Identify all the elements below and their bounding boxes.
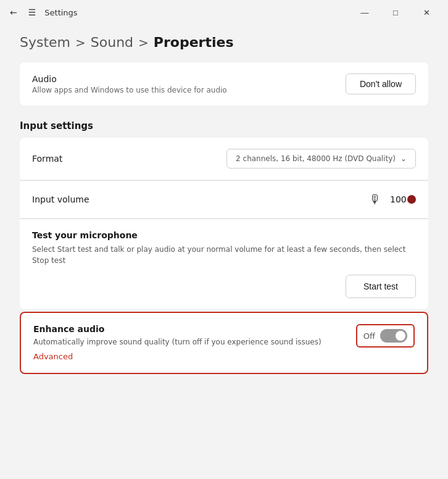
breadcrumb-sound[interactable]: Sound (91, 35, 133, 50)
advanced-link[interactable]: Advanced (33, 352, 73, 361)
window-controls: — □ ✕ (351, 3, 441, 22)
test-section-bottom: Start test (32, 275, 416, 298)
enhance-text-block: Enhance audio Automatically improve soun… (33, 324, 346, 362)
format-label: Format (32, 154, 62, 164)
title-bar: ← ☰ Settings — □ ✕ (0, 0, 448, 25)
input-volume-label: Input volume (32, 194, 89, 204)
input-settings-cards: Format 2 channels, 16 bit, 48000 Hz (DVD… (20, 138, 428, 309)
breadcrumb: System > Sound > Properties (20, 35, 428, 50)
enhance-audio-card: Enhance audio Automatically improve soun… (20, 312, 428, 374)
toggle-off-label: Off (363, 331, 375, 341)
window-title: Settings (44, 8, 77, 17)
audio-sublabel: Allow apps and Windows to use this devic… (32, 86, 227, 94)
close-button[interactable]: ✕ (412, 3, 441, 22)
toggle-knob (396, 331, 405, 341)
input-volume-row: Input volume 🎙 100 (20, 181, 428, 219)
input-settings-label: Input settings (20, 120, 428, 131)
format-select[interactable]: 2 channels, 16 bit, 48000 Hz (DVD Qualit… (226, 149, 416, 169)
audio-row: Audio Allow apps and Windows to use this… (20, 62, 428, 106)
breadcrumb-system[interactable]: System (20, 35, 70, 50)
enhance-toggle-container[interactable]: Off (356, 324, 415, 348)
chevron-down-icon: ⌄ (400, 154, 407, 163)
main-content: System > Sound > Properties Audio Allow … (0, 25, 448, 479)
slider-thumb (407, 195, 416, 204)
start-test-button[interactable]: Start test (346, 275, 416, 298)
back-button[interactable]: ← (7, 5, 20, 20)
enhance-audio-title: Enhance audio (33, 324, 346, 334)
audio-card: Audio Allow apps and Windows to use this… (20, 62, 428, 106)
test-mic-title: Test your microphone (32, 230, 416, 240)
volume-controls: 🎙 100 (369, 192, 416, 207)
menu-button[interactable]: ☰ (26, 5, 39, 20)
microphone-icon: 🎙 (369, 192, 381, 207)
test-mic-desc: Select Start test and talk or play audio… (32, 244, 416, 266)
audio-label: Audio (32, 74, 227, 84)
format-value: 2 channels, 16 bit, 48000 Hz (DVD Qualit… (236, 154, 396, 163)
enhance-top: Enhance audio Automatically improve soun… (33, 324, 415, 362)
breadcrumb-sep-2: > (138, 35, 149, 50)
format-row: Format 2 channels, 16 bit, 48000 Hz (DVD… (20, 138, 428, 180)
enhance-toggle-switch[interactable] (380, 329, 407, 343)
audio-text: Audio Allow apps and Windows to use this… (32, 74, 227, 94)
test-mic-section: Test your microphone Select Start test a… (20, 219, 428, 309)
dont-allow-button[interactable]: Don't allow (346, 73, 416, 94)
enhance-audio-desc: Automatically improve sound quality (tur… (33, 336, 346, 348)
maximize-button[interactable]: □ (381, 3, 410, 22)
volume-value: 100 (390, 194, 407, 204)
breadcrumb-current: Properties (154, 35, 234, 50)
breadcrumb-sep-1: > (75, 35, 86, 50)
minimize-button[interactable]: — (351, 3, 379, 22)
